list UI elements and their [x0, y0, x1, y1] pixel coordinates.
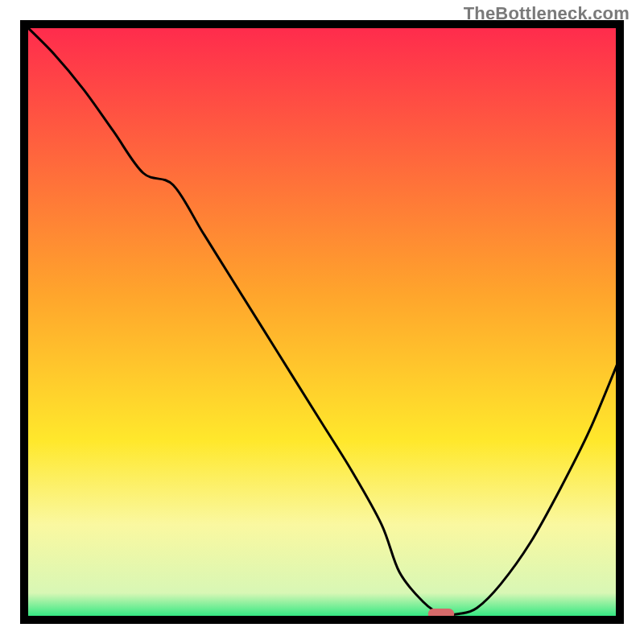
chart-stage: TheBottleneck.com [0, 0, 644, 644]
gradient-background [24, 24, 620, 620]
watermark-label: TheBottleneck.com [464, 3, 630, 24]
chart-svg [0, 0, 644, 644]
